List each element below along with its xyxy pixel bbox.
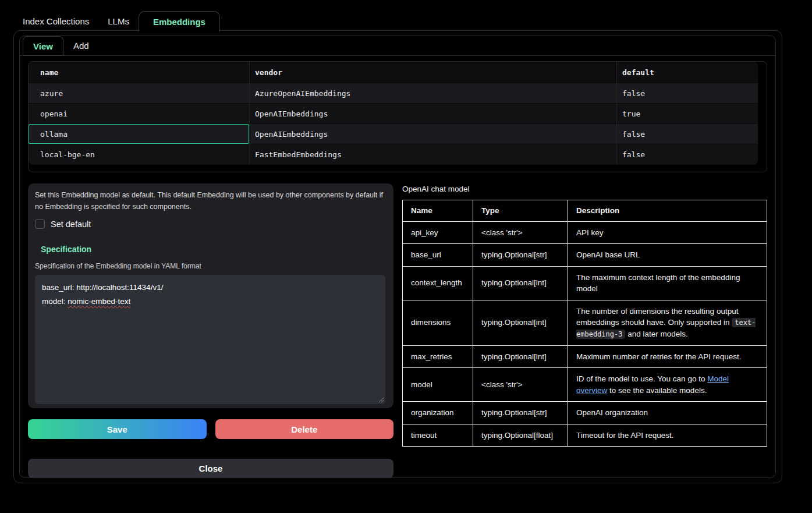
specification-heading: Specification bbox=[41, 245, 385, 254]
resize-handle-icon[interactable] bbox=[378, 397, 384, 402]
ref-param-name: base_url bbox=[403, 244, 473, 267]
embeddings-view-panel: View Add name vendor default azure Azure… bbox=[19, 36, 776, 478]
ref-param-description: ID of the model to use. You can go to Mo… bbox=[568, 368, 767, 402]
ref-param-name: dimensions bbox=[403, 300, 473, 345]
table-row[interactable]: local-bge-en FastEmbedEmbeddings false bbox=[29, 144, 758, 165]
reference-row: dimensions typing.Optional[int] The numb… bbox=[403, 300, 767, 345]
ref-param-type: <class 'str'> bbox=[473, 221, 568, 244]
yaml-line-2: model: nomic-embed-text bbox=[42, 295, 378, 309]
default-and-spec-card: Set this Embedding model as default. Thi… bbox=[28, 183, 393, 408]
table-row[interactable]: openai OpenAIEmbeddings true bbox=[29, 104, 758, 124]
ref-param-type: typing.Optional[float] bbox=[473, 424, 568, 447]
ref-param-name: timeout bbox=[403, 424, 473, 447]
table-row-selected[interactable]: ollama OpenAIEmbeddings false bbox=[29, 124, 758, 144]
reference-row: api_key <class 'str'> API key bbox=[403, 221, 767, 244]
cell-default[interactable]: false bbox=[617, 124, 758, 144]
embeddings-table: name vendor default azure AzureOpenAIEmb… bbox=[28, 61, 767, 172]
reference-row: max_retries typing.Optional[int] Maximum… bbox=[403, 345, 767, 368]
tab-llms[interactable]: LLMs bbox=[98, 11, 139, 31]
set-default-label: Set default bbox=[51, 220, 91, 229]
tab-view[interactable]: View bbox=[23, 36, 63, 56]
sub-tab-bar: View Add bbox=[20, 36, 775, 56]
misspelled-word: nomic-embed-text bbox=[68, 297, 130, 306]
ref-param-type: typing.Optional[str] bbox=[473, 244, 568, 267]
ref-param-type: <class 'str'> bbox=[473, 368, 568, 402]
reference-header-row: Name Type Description bbox=[403, 200, 767, 222]
column-header-vendor: vendor bbox=[250, 62, 617, 83]
embeddings-tab-panel: View Add name vendor default azure Azure… bbox=[13, 30, 782, 483]
reference-row: organization typing.Optional[str] OpenAI… bbox=[403, 402, 767, 424]
ref-col-description: Description bbox=[568, 200, 767, 222]
set-default-checkbox[interactable] bbox=[35, 219, 45, 229]
table-row[interactable]: azure AzureOpenAIEmbeddings false bbox=[29, 83, 758, 104]
cell-default[interactable]: false bbox=[617, 144, 758, 165]
ref-param-name: organization bbox=[403, 402, 473, 424]
ref-param-name: api_key bbox=[403, 221, 473, 244]
ref-param-description: API key bbox=[568, 221, 767, 244]
yaml-line-1: base_url: http://localhost:11434/v1/ bbox=[42, 281, 378, 295]
reference-row: timeout typing.Optional[float] Timeout f… bbox=[403, 424, 767, 447]
specification-textarea[interactable]: base_url: http://localhost:11434/v1/ mod… bbox=[35, 275, 385, 404]
tab-index-collections[interactable]: Index Collections bbox=[13, 11, 98, 31]
ref-param-description: The number of dimensions the resulting o… bbox=[568, 300, 767, 345]
reference-row: base_url typing.Optional[str] OpenAI bas… bbox=[403, 244, 767, 267]
cell-default[interactable]: true bbox=[617, 104, 758, 124]
save-button[interactable]: Save bbox=[28, 419, 207, 439]
reference-row: context_length typing.Optional[int] The … bbox=[403, 266, 767, 300]
ref-col-type: Type bbox=[473, 200, 568, 222]
ref-param-type: typing.Optional[int] bbox=[473, 345, 568, 368]
ref-param-description: OpenAI organization bbox=[568, 402, 767, 424]
ref-col-name: Name bbox=[403, 200, 473, 222]
main-tab-bar: Index Collections LLMs Embeddings bbox=[13, 11, 220, 31]
set-default-description: Set this Embedding model as default. Thi… bbox=[35, 189, 385, 213]
reference-table: Name Type Description api_key <class 'st… bbox=[402, 200, 767, 447]
cell-vendor[interactable]: FastEmbedEmbeddings bbox=[250, 144, 617, 165]
ref-param-description: Maximum number of retries for the API re… bbox=[568, 345, 767, 368]
cell-name[interactable]: local-bge-en bbox=[29, 144, 250, 165]
cell-vendor[interactable]: OpenAIEmbeddings bbox=[250, 104, 617, 124]
ref-param-name: max_retries bbox=[403, 345, 473, 368]
embeddings-table-header: name vendor default bbox=[29, 62, 758, 83]
ref-param-description: The maximum context length of the embedd… bbox=[568, 266, 767, 300]
tab-embeddings[interactable]: Embeddings bbox=[139, 11, 220, 31]
cell-vendor[interactable]: OpenAIEmbeddings bbox=[250, 124, 617, 144]
column-header-name: name bbox=[29, 62, 250, 83]
specification-caption: Specification of the Embedding model in … bbox=[35, 262, 385, 270]
delete-button[interactable]: Delete bbox=[215, 419, 394, 439]
ref-param-type: typing.Optional[int] bbox=[473, 266, 568, 300]
close-button[interactable]: Close bbox=[28, 459, 393, 478]
cell-vendor[interactable]: AzureOpenAIEmbeddings bbox=[250, 83, 617, 104]
reference-row: model <class 'str'> ID of the model to u… bbox=[403, 368, 767, 402]
cell-name[interactable]: openai bbox=[29, 104, 250, 124]
cell-name[interactable]: azure bbox=[29, 83, 250, 104]
ref-param-name: context_length bbox=[403, 266, 473, 300]
ref-param-description: OpenAI base URL bbox=[568, 244, 767, 267]
column-header-default: default bbox=[617, 62, 758, 83]
ref-param-description: Timeout for the API request. bbox=[568, 424, 767, 447]
reference-title: OpenAI chat model bbox=[402, 185, 767, 193]
ref-param-name: model bbox=[403, 368, 473, 402]
ref-param-type: typing.Optional[int] bbox=[473, 300, 568, 345]
cell-default[interactable]: false bbox=[617, 83, 758, 104]
cell-name-selected[interactable]: ollama bbox=[29, 124, 250, 144]
tab-add[interactable]: Add bbox=[63, 36, 99, 55]
ref-param-type: typing.Optional[str] bbox=[473, 402, 568, 424]
